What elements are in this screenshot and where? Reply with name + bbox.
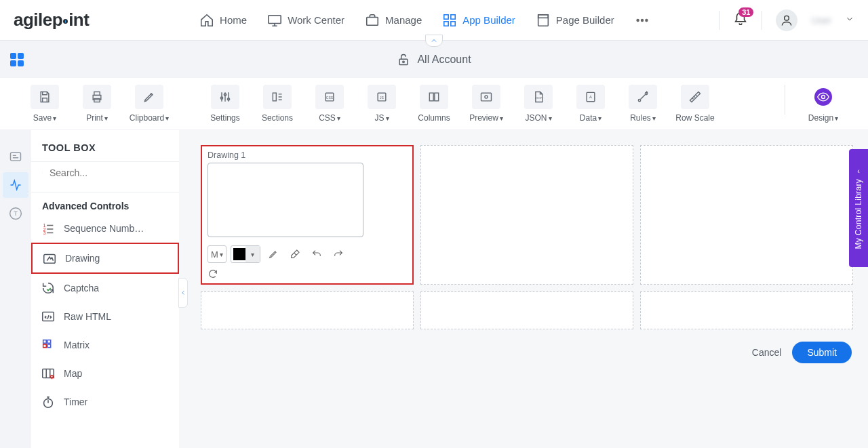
toolbar-separator	[785, 85, 785, 115]
avatar[interactable]	[776, 9, 797, 31]
empty-cell[interactable]	[640, 145, 853, 285]
svg-rect-27	[481, 93, 492, 101]
toolbox-item-timer[interactable]: Timer	[31, 388, 179, 416]
empty-cell[interactable]	[420, 291, 633, 329]
empty-cell[interactable]	[201, 291, 414, 329]
data-button[interactable]: A Data▾	[566, 85, 615, 123]
json-label: JSON	[525, 113, 547, 123]
my-control-library-tab[interactable]: ‹ My Control Library	[849, 149, 868, 267]
ruler-icon	[688, 90, 702, 104]
svg-rect-16	[94, 99, 100, 102]
design-mode-button[interactable]: Design▾	[799, 85, 848, 123]
rules-label: Rules	[630, 113, 651, 123]
user-icon	[780, 14, 793, 27]
drawing-pencil-button[interactable]	[264, 245, 282, 263]
toolbox-item-label: Timer	[64, 396, 87, 407]
more-icon	[635, 13, 650, 28]
collapse-nav-button[interactable]	[425, 35, 443, 47]
search-icon	[42, 167, 43, 179]
drawing-canvas-area[interactable]	[208, 163, 363, 237]
columns-button[interactable]: Columns	[410, 85, 458, 123]
preview-label: Preview	[469, 113, 498, 123]
redo-icon	[333, 249, 344, 260]
svg-rect-20	[273, 93, 276, 101]
svg-rect-0	[269, 15, 281, 23]
svg-rect-12	[400, 59, 408, 64]
grid-icon	[442, 13, 457, 28]
right-drawer-label: My Control Library	[854, 179, 863, 249]
toolbox-item-captcha[interactable]: Captcha	[31, 274, 179, 302]
sections-button[interactable]: Sections	[253, 85, 302, 123]
nav-app-builder[interactable]: App Builder	[442, 13, 515, 28]
svg-rect-46	[43, 344, 47, 348]
nav-page-builder[interactable]: Page Builder	[536, 13, 614, 28]
notifications-button[interactable]: 31	[733, 12, 748, 28]
submit-button[interactable]: Submit	[792, 342, 852, 363]
design-label: Design	[808, 113, 833, 123]
toolbox-item-label: Matrix	[64, 340, 90, 350]
toolbox-item-drawing[interactable]: Drawing	[31, 243, 179, 274]
apps-menu-button[interactable]	[10, 53, 24, 66]
context-title: All Account	[417, 54, 471, 66]
nav-more[interactable]	[635, 13, 650, 28]
search-input[interactable]	[50, 167, 168, 178]
js-button[interactable]: JS JS▾	[357, 85, 406, 123]
pencil-icon	[142, 90, 156, 104]
nav-page-builder-label: Page Builder	[556, 14, 614, 26]
drawing-label: Drawing 1	[208, 150, 407, 160]
settings-button[interactable]: Settings	[201, 85, 250, 123]
svg-rect-15	[94, 92, 100, 96]
drawing-icon	[42, 251, 57, 266]
nav-home[interactable]: Home	[199, 13, 247, 28]
drawing-refresh-button[interactable]	[208, 267, 407, 281]
drawing-color-select[interactable]: ▾	[231, 245, 260, 263]
toolbox-item-matrix[interactable]: Matrix	[31, 331, 179, 359]
empty-cell[interactable]	[420, 145, 633, 285]
drawing-undo-button[interactable]	[308, 245, 326, 263]
toolbox-item-map[interactable]: Map	[31, 359, 179, 388]
data-icon: A	[584, 90, 597, 104]
matrix-icon	[41, 338, 56, 352]
svg-point-13	[403, 61, 405, 63]
toolbox-collapse-handle[interactable]	[178, 278, 188, 308]
nav-work-center[interactable]: Work Center	[267, 13, 344, 28]
rail-text-button[interactable]: T	[3, 201, 28, 226]
print-button[interactable]: Print▾	[73, 85, 121, 123]
row-scale-button[interactable]: Row Scale	[671, 85, 719, 123]
css-button[interactable]: CSS CSS▾	[305, 85, 354, 123]
rail-activity-button[interactable]	[3, 172, 28, 198]
json-button[interactable]: JSON JSON▾	[514, 85, 563, 123]
timer-icon	[41, 394, 56, 409]
toolbar: Save▾ Print▾ Clipboard▾ Settings Section…	[0, 78, 868, 130]
briefcase-icon	[365, 13, 380, 28]
clipboard-button[interactable]: Clipboard▾	[125, 85, 174, 123]
svg-point-32	[638, 99, 640, 101]
preview-button[interactable]: Preview▾	[462, 85, 511, 123]
nav-manage[interactable]: Manage	[365, 13, 422, 28]
save-button[interactable]: Save▾	[20, 85, 69, 123]
toolbox-item-sequence[interactable]: 123 Sequence Numb…	[31, 214, 179, 243]
drawing-eraser-button[interactable]	[286, 245, 304, 263]
user-menu-chevron[interactable]	[845, 14, 854, 26]
drawing-control-cell[interactable]: Drawing 1 M ▾ ▾	[201, 145, 414, 285]
drawing-redo-button[interactable]	[330, 245, 347, 263]
activity-icon	[9, 178, 22, 192]
cancel-button[interactable]: Cancel	[752, 347, 782, 358]
rail-form-button[interactable]	[3, 144, 28, 169]
svg-rect-5	[451, 21, 455, 25]
toolbox-item-raw-html[interactable]: Raw HTML	[31, 302, 179, 331]
drawing-size-select[interactable]: M ▾	[208, 245, 226, 263]
json-icon: JSON	[532, 90, 545, 104]
svg-text:JSON: JSON	[535, 96, 542, 100]
chevron-up-icon	[430, 37, 438, 45]
svg-rect-6	[538, 14, 548, 26]
empty-cell[interactable]	[640, 291, 853, 329]
data-label: Data	[580, 113, 597, 123]
left-rail: T	[0, 130, 31, 448]
svg-rect-35	[11, 152, 21, 161]
rules-button[interactable]: Rules▾	[618, 85, 667, 123]
row-scale-label: Row Scale	[675, 113, 714, 123]
svg-rect-7	[538, 14, 548, 18]
form-grid: Drawing 1 M ▾ ▾	[201, 145, 853, 329]
toolbox-title: TOOL BOX	[31, 130, 179, 161]
